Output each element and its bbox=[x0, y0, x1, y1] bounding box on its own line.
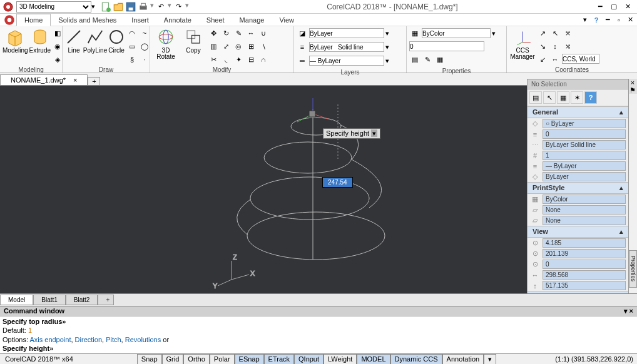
scale-icon[interactable]: ⤢ bbox=[220, 41, 232, 52]
tab-annotate[interactable]: Annotate bbox=[156, 14, 199, 26]
mode-dynamic ccs[interactable]: Dynamic CCS bbox=[390, 354, 442, 365]
mode-polar[interactable]: Polar bbox=[210, 354, 235, 365]
mdi-min-icon[interactable]: ━ bbox=[603, 16, 612, 24]
tab-manage[interactable]: Manage bbox=[232, 14, 272, 26]
annotation-dropdown-icon[interactable]: ▾ bbox=[484, 354, 496, 365]
model-tab-model[interactable]: Model bbox=[0, 295, 33, 305]
ccs5-icon[interactable]: ↕ bbox=[549, 41, 561, 52]
mode-annotation[interactable]: Annotation bbox=[442, 354, 484, 365]
revolve-icon[interactable]: ◉ bbox=[52, 41, 63, 52]
subtract-icon[interactable]: ∖ bbox=[258, 41, 269, 52]
circle-button[interactable]: Circle bbox=[108, 28, 125, 54]
tooltip-dropdown-icon[interactable]: ▾ bbox=[371, 129, 377, 137]
app-menu-icon[interactable] bbox=[3, 14, 16, 26]
erase-icon[interactable]: ✎ bbox=[233, 28, 244, 39]
polysolid-icon[interactable]: ◧ bbox=[52, 28, 63, 39]
helix-icon[interactable]: § bbox=[126, 54, 138, 65]
layer-color-input[interactable] bbox=[309, 28, 384, 38]
properties-vertical-tab[interactable]: Properties bbox=[629, 250, 637, 288]
mode-qinput[interactable]: QInput bbox=[294, 354, 324, 365]
doc-tab[interactable]: NONAME_1.dwg* × bbox=[0, 74, 88, 85]
point-icon[interactable]: · bbox=[139, 54, 150, 65]
stretch-icon[interactable]: ↔ bbox=[245, 28, 257, 39]
open-icon[interactable] bbox=[113, 1, 124, 13]
3d-rotate-button[interactable]: 3D Rotate bbox=[153, 28, 179, 60]
doc-tab-add[interactable]: + bbox=[88, 77, 100, 85]
print-icon[interactable] bbox=[138, 1, 149, 13]
layer-weight-input[interactable] bbox=[309, 56, 384, 66]
ccs8-icon[interactable]: ⤨ bbox=[562, 41, 573, 52]
ccs1-icon[interactable]: ↗ bbox=[537, 28, 548, 39]
prop-color-input[interactable] bbox=[422, 28, 491, 38]
tab-solids[interactable]: Solids and Meshes bbox=[51, 14, 124, 26]
spline-icon[interactable]: ~ bbox=[139, 28, 150, 39]
offset-icon[interactable]: ◎ bbox=[233, 41, 244, 52]
polyline-button[interactable]: PolyLine bbox=[84, 28, 106, 54]
mode-etrack[interactable]: ETrack bbox=[264, 354, 294, 365]
new-icon[interactable] bbox=[100, 1, 111, 13]
ccs-world-input[interactable] bbox=[562, 54, 599, 64]
explode-icon[interactable]: ✦ bbox=[233, 54, 244, 65]
workspace-dropdown-icon[interactable]: ▾ bbox=[91, 3, 98, 11]
cmd-close-icon[interactable]: × bbox=[629, 307, 633, 315]
tab-home[interactable]: Home bbox=[16, 14, 51, 26]
panel-pin-icon[interactable]: ⚑ bbox=[629, 86, 636, 94]
mode-snap[interactable]: Snap bbox=[137, 354, 162, 365]
props-section-printstyle[interactable]: PrintStyle▴ bbox=[527, 182, 628, 194]
union-icon[interactable]: ∪ bbox=[258, 28, 269, 39]
props-help-icon[interactable]: ? bbox=[584, 91, 597, 104]
cmd-body[interactable]: Specify top radius» Default: 1 Options: … bbox=[0, 316, 637, 353]
move-icon[interactable]: ✥ bbox=[208, 28, 219, 39]
cmd-min-icon[interactable]: ▾ bbox=[624, 307, 628, 315]
props-section-general[interactable]: General▴ bbox=[527, 106, 628, 118]
mdi-close-icon[interactable]: ✕ bbox=[626, 16, 634, 24]
line-button[interactable]: Line bbox=[65, 28, 83, 54]
array-icon[interactable]: ⊞ bbox=[245, 41, 257, 52]
panel-close-icon[interactable]: × bbox=[629, 79, 636, 86]
extrude-button[interactable]: Extrude bbox=[29, 28, 51, 54]
prop-value-input[interactable] bbox=[409, 41, 484, 51]
close-icon[interactable]: ✕ bbox=[623, 3, 632, 11]
mdi-restore-icon[interactable]: ▫ bbox=[614, 16, 623, 24]
save-icon[interactable] bbox=[125, 1, 136, 13]
model-tab-blatt2[interactable]: Blatt2 bbox=[66, 295, 98, 305]
presspull-icon[interactable]: ◈ bbox=[52, 54, 63, 65]
layer-line-icon[interactable]: ≡ bbox=[297, 41, 308, 53]
prop-color-icon[interactable]: ▦ bbox=[409, 28, 420, 39]
doc-tab-close-icon[interactable]: × bbox=[73, 76, 77, 84]
props-tool3-icon[interactable]: ▦ bbox=[557, 91, 569, 104]
layer-weight-icon[interactable]: ═ bbox=[297, 55, 308, 66]
tab-view[interactable]: View bbox=[272, 14, 302, 26]
prop-list-icon[interactable]: ▦ bbox=[434, 54, 446, 65]
ellipse-icon[interactable]: ◯ bbox=[139, 41, 150, 52]
props-section-view[interactable]: View▴ bbox=[527, 226, 628, 238]
help-icon[interactable]: ? bbox=[592, 16, 601, 24]
props-tool4-icon[interactable]: ✶ bbox=[571, 91, 583, 104]
props-tool2-icon[interactable]: ↖ bbox=[543, 91, 556, 104]
mode-ortho[interactable]: Ortho bbox=[183, 354, 210, 365]
rotate2d-icon[interactable]: ↻ bbox=[220, 28, 232, 39]
fillet-icon[interactable]: ◟ bbox=[220, 54, 232, 65]
layer-line-input[interactable] bbox=[309, 42, 384, 52]
minimize-icon[interactable]: ━ bbox=[596, 3, 604, 11]
copy-button[interactable]: Copy bbox=[180, 28, 206, 54]
ccs6-icon[interactable]: ↔ bbox=[549, 54, 561, 65]
mode-esnap[interactable]: ESnap bbox=[235, 354, 264, 365]
collapse-ribbon-icon[interactable]: ▾ bbox=[581, 16, 589, 24]
model-tab-blatt1[interactable]: Blatt1 bbox=[33, 295, 66, 305]
mode-model[interactable]: MODEL bbox=[357, 354, 390, 365]
drawing-canvas[interactable]: X Y Z Specify height ▾ 247.54 bbox=[0, 86, 527, 293]
intersect-icon[interactable]: ∩ bbox=[258, 54, 269, 65]
align-icon[interactable]: ⊟ bbox=[245, 54, 257, 65]
props-tool1-icon[interactable]: ▤ bbox=[529, 91, 542, 104]
mode-grid[interactable]: Grid bbox=[162, 354, 184, 365]
mirror-icon[interactable]: ▥ bbox=[208, 41, 219, 52]
ccs-manager-button[interactable]: CCS Manager bbox=[509, 28, 536, 60]
tab-insert[interactable]: Insert bbox=[124, 14, 156, 26]
arc-icon[interactable]: ◠ bbox=[126, 28, 138, 39]
ccs3-icon[interactable]: ↙ bbox=[537, 54, 548, 65]
ccs7-icon[interactable]: ⤧ bbox=[562, 28, 573, 39]
ccs4-icon[interactable]: ↖ bbox=[549, 28, 561, 39]
height-value-input[interactable]: 247.54 bbox=[322, 177, 353, 188]
trim-icon[interactable]: ✂ bbox=[208, 54, 219, 65]
